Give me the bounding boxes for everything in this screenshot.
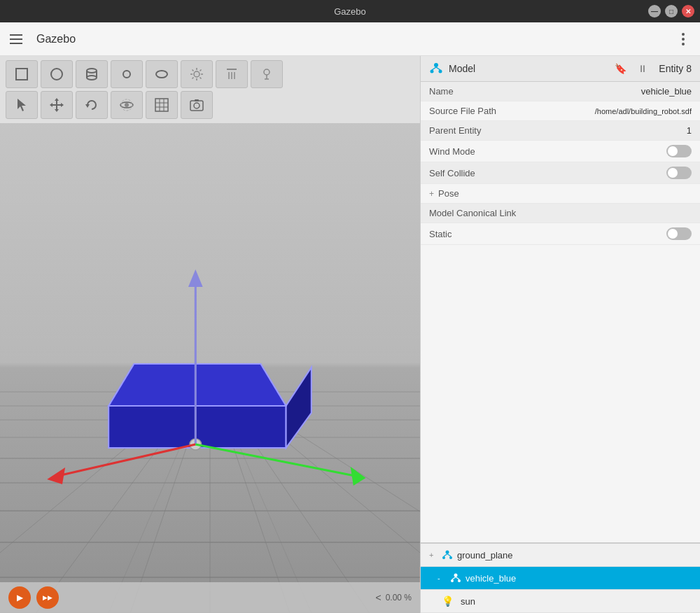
- name-label: Name: [429, 86, 527, 97]
- model-inspector: Model 🔖 ⏸ Entity 8 Name vehicle_blue Sou…: [421, 56, 700, 544]
- parent-label: Parent Entity: [429, 125, 527, 136]
- svg-line-89: [456, 577, 459, 580]
- zoom-indicator: < 0.00 %: [375, 592, 412, 603]
- svg-rect-0: [16, 69, 27, 80]
- area-light-tool-button[interactable]: [216, 60, 248, 88]
- light-tree-icon: 💡: [442, 596, 454, 607]
- orbit-tool-button[interactable]: [111, 91, 143, 119]
- svg-point-81: [442, 556, 445, 559]
- viewport-toolbar: [0, 56, 420, 123]
- canonical-label: Model Canonical Link: [429, 208, 527, 218]
- model-tree-icon-ground: [442, 549, 453, 561]
- titlebar: Gazebo — □ ✕: [0, 0, 700, 22]
- svg-point-75: [434, 63, 438, 67]
- cylinder-tool-button[interactable]: [76, 60, 108, 88]
- capsule-tool-button[interactable]: [111, 60, 143, 88]
- svg-point-80: [446, 551, 449, 554]
- svg-rect-35: [155, 99, 168, 111]
- source-label: Source File Path: [429, 106, 527, 116]
- svg-point-8: [194, 71, 200, 77]
- svg-rect-40: [190, 101, 203, 111]
- svg-line-15: [200, 70, 202, 71]
- svg-point-32: [125, 103, 129, 107]
- svg-line-78: [432, 67, 436, 70]
- selfcollide-label: Self Collide: [429, 168, 527, 178]
- svg-point-87: [458, 579, 461, 582]
- svg-marker-30: [61, 103, 64, 107]
- source-value: /home/adl/building_robot.sdf: [527, 107, 692, 115]
- model-icon: [429, 62, 443, 76]
- entity-badge: Entity 8: [659, 63, 692, 74]
- tree-item-ground-plane[interactable]: + ground_plane: [421, 544, 700, 567]
- pose-row[interactable]: + Pose: [421, 184, 700, 204]
- sphere-tool-button[interactable]: [41, 60, 73, 88]
- menubar: Gazebo: [0, 22, 700, 56]
- ellipsoid-tool-button[interactable]: [146, 60, 178, 88]
- minimize-button[interactable]: —: [648, 5, 661, 17]
- app-title: Gazebo: [36, 33, 664, 45]
- point-light-tool-button[interactable]: [251, 60, 283, 88]
- box-tool-button[interactable]: [6, 60, 38, 88]
- viewport[interactable]: ▶ ▶▶ < 0.00 %: [0, 56, 420, 613]
- self-collide-toggle[interactable]: [666, 167, 692, 179]
- svg-line-84: [447, 554, 451, 557]
- grid-tool-button[interactable]: [146, 91, 178, 119]
- pose-expand-icon: +: [429, 189, 434, 199]
- hamburger-line: [10, 34, 22, 36]
- hamburger-line: [10, 43, 22, 44]
- toolbar-row-1: [6, 60, 414, 88]
- self-collide-row: Self Collide: [421, 162, 700, 184]
- move-tool-button[interactable]: [41, 91, 73, 119]
- wind-mode-row: Wind Mode: [421, 141, 700, 162]
- wind-mode-toggle[interactable]: [666, 145, 692, 157]
- hamburger-menu-button[interactable]: [6, 28, 28, 50]
- main-area: ▶ ▶▶ < 0.00 %: [0, 56, 700, 613]
- svg-point-86: [451, 579, 454, 582]
- inspector-title: Model: [449, 63, 609, 74]
- svg-point-7: [156, 71, 167, 78]
- sun-tool-button[interactable]: [181, 60, 213, 88]
- hamburger-line: [10, 38, 22, 40]
- svg-rect-42: [195, 99, 199, 101]
- pause-icon[interactable]: ⏸: [638, 63, 648, 74]
- inspector-header: Model 🔖 ⏸ Entity 8: [421, 56, 700, 82]
- rotate-tool-button[interactable]: [76, 91, 108, 119]
- svg-marker-64: [108, 364, 286, 406]
- source-file-row: Source File Path /home/adl/building_robo…: [421, 101, 700, 121]
- tree-item-sun[interactable]: 💡 sun: [421, 590, 700, 613]
- name-row: Name vehicle_blue: [421, 82, 700, 101]
- kebab-menu-button[interactable]: [672, 28, 694, 50]
- tree-expand-vehicle: -: [438, 574, 446, 582]
- entity-tree: + ground_plane -: [421, 544, 700, 613]
- svg-point-85: [454, 574, 458, 577]
- maximize-button[interactable]: □: [665, 5, 678, 17]
- zoom-value: 0.00 %: [386, 593, 412, 603]
- close-button[interactable]: ✕: [682, 5, 694, 17]
- svg-line-13: [192, 70, 194, 71]
- svg-marker-24: [18, 99, 26, 111]
- right-panel: Model 🔖 ⏸ Entity 8 Name vehicle_blue Sou…: [420, 56, 700, 613]
- svg-marker-31: [85, 104, 90, 108]
- titlebar-controls: — □ ✕: [648, 5, 694, 17]
- fastforward-button[interactable]: ▶▶: [36, 586, 59, 609]
- viewport-bottom: ▶ ▶▶ < 0.00 %: [0, 582, 420, 613]
- static-row: Static: [421, 223, 700, 245]
- svg-point-5: [87, 76, 97, 80]
- tree-expand-ground: +: [429, 551, 438, 559]
- screenshot-tool-button[interactable]: [181, 91, 213, 119]
- svg-line-16: [192, 78, 194, 79]
- model-tree-icon-vehicle: [450, 572, 461, 584]
- svg-marker-28: [55, 109, 59, 112]
- parent-entity-row: Parent Entity 1: [421, 121, 700, 141]
- chevron-left-icon: <: [375, 592, 381, 603]
- tree-item-vehicle-blue[interactable]: - vehicle_blue: [421, 567, 700, 590]
- svg-marker-29: [50, 103, 52, 107]
- scene-svg: [0, 56, 420, 613]
- bookmark-icon[interactable]: 🔖: [615, 63, 626, 74]
- select-tool-button[interactable]: [6, 91, 38, 119]
- titlebar-title: Gazebo: [334, 6, 366, 17]
- svg-point-21: [264, 69, 270, 75]
- static-toggle[interactable]: [666, 227, 692, 240]
- play-button[interactable]: ▶: [8, 586, 31, 609]
- svg-rect-6: [123, 71, 130, 78]
